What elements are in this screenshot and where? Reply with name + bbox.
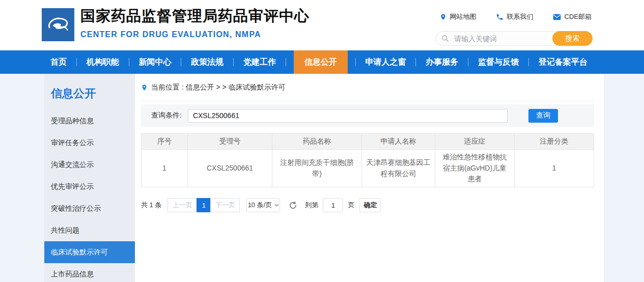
header-quick-links: 网站地图 联系我们 CDE邮箱 <box>440 12 592 21</box>
breadcrumb-pin-icon <box>141 83 148 92</box>
col-header-drug-name: 药品名称 <box>272 134 362 150</box>
nav-separator <box>181 58 181 66</box>
sitemap-link-label: 网站地图 <box>450 12 477 21</box>
nav-item-policies[interactable]: 政策法规 <box>189 50 226 74</box>
swan-logo-icon <box>44 11 72 39</box>
table-header-row: 序号 受理号 药品名称 申请人名称 适应症 注册分类 <box>142 134 594 150</box>
cell-seq: 1 <box>142 150 188 187</box>
cell-applicant: 天津昂赛细胞基因工程有限公司 <box>362 150 435 187</box>
pagination-total: 共 1 条 <box>141 201 161 210</box>
col-header-acceptance-no: 受理号 <box>188 134 272 150</box>
nav-item-applicant-window[interactable]: 申请人之窗 <box>363 50 408 74</box>
nav-item-news[interactable]: 新闻中心 <box>137 50 174 74</box>
nav-item-functions[interactable]: 机构职能 <box>85 50 121 74</box>
sidebar-item-common-questions[interactable]: 共性问题 <box>44 219 135 241</box>
nav-separator <box>415 58 416 66</box>
contact-us-link-label: 联系我们 <box>507 12 534 21</box>
page-size-value: 10 条/页 <box>248 201 272 210</box>
col-header-registration-class: 注册分类 <box>515 134 594 150</box>
contact-us-link[interactable]: 联系我们 <box>496 12 534 21</box>
nav-item-supervision-feedback[interactable]: 监督与反馈 <box>476 50 521 74</box>
chevron-down-icon <box>274 204 279 207</box>
query-button[interactable]: 查询 <box>528 109 558 123</box>
pagination: 共 1 条 上一页 1 下一页 10 条/页 到第 页 确定 <box>141 198 594 212</box>
refresh-icon[interactable] <box>289 201 297 210</box>
goto-page-prefix: 到第 <box>305 201 318 210</box>
table-row: 1 CXSL2500661 注射用间充质干细胞(脐带) 天津昂赛细胞基因工程有限… <box>142 150 594 187</box>
nav-separator <box>468 58 468 66</box>
nav-separator <box>286 58 286 66</box>
sidebar-item-marketed-drugs[interactable]: 上市药品信息 <box>44 263 135 282</box>
next-page-button[interactable]: 下一页 <box>210 198 240 212</box>
col-header-seq: 序号 <box>142 134 188 150</box>
cde-mail-link-label: CDE邮箱 <box>565 12 592 21</box>
results-table: 序号 受理号 药品名称 申请人名称 适应症 注册分类 1 CXSL2500661… <box>141 133 594 187</box>
query-panel: 查询条件: 查询 <box>141 104 594 127</box>
nav-item-information-disclosure[interactable]: 信息公开 <box>294 50 348 74</box>
site-header: 国家药品监督管理局药品审评中心 CENTER FOR DRUG EVALUATI… <box>0 0 644 50</box>
site-search: 搜索 <box>435 31 593 46</box>
prev-page-button[interactable]: 上一页 <box>167 198 197 212</box>
site-title: 国家药品监督管理局药品审评中心 <box>80 6 310 26</box>
phone-icon <box>496 13 503 21</box>
sidebar-item-breakthrough-therapy[interactable]: 突破性治疗公示 <box>44 198 135 219</box>
search-icon <box>441 35 449 42</box>
nav-separator <box>76 58 77 66</box>
page-size-select[interactable]: 10 条/页 <box>246 198 280 212</box>
cell-drug-name: 注射用间充质干细胞(脐带) <box>272 150 362 187</box>
col-header-indication: 适应症 <box>435 134 515 150</box>
breadcrumb-text: 当前位置 : 信息公开 > > 临床试验默示许可 <box>151 83 286 92</box>
page-body: 信息公开 受理品种信息 审评任务公示 沟通交流公示 优先审评公示 突破性治疗公示… <box>44 74 604 282</box>
nav-separator <box>528 58 529 66</box>
sidebar-item-priority-review[interactable]: 优先审评公示 <box>44 176 135 198</box>
sidebar-title: 信息公开 <box>44 86 135 101</box>
location-pin-icon <box>440 13 446 21</box>
nav-item-services[interactable]: 办事服务 <box>424 50 460 74</box>
nav-item-registration-platform[interactable]: 登记备案平台 <box>537 50 590 74</box>
col-header-applicant: 申请人名称 <box>362 134 435 150</box>
goto-confirm-button[interactable]: 确定 <box>359 198 381 212</box>
cell-indication: 难治性急性移植物抗宿主病(aGvHD)儿童患者 <box>435 150 515 187</box>
query-condition-label: 查询条件: <box>151 111 182 120</box>
breadcrumb: 当前位置 : 信息公开 > > 临床试验默示许可 <box>141 74 594 101</box>
sidebar-item-clinical-trial-implied-license[interactable]: 临床试验默示许可 <box>44 241 135 263</box>
current-page-button[interactable]: 1 <box>197 198 211 212</box>
goto-page-suffix: 页 <box>348 201 354 210</box>
goto-page-input[interactable] <box>323 198 343 212</box>
cde-mail-link[interactable]: CDE邮箱 <box>553 12 592 21</box>
sidebar-item-review-tasks[interactable]: 审评任务公示 <box>44 132 135 154</box>
nav-item-party-building[interactable]: 党建工作 <box>241 50 278 74</box>
cde-logo <box>42 8 74 41</box>
sidebar-item-communication[interactable]: 沟通交流公示 <box>44 154 135 176</box>
envelope-icon <box>553 14 561 20</box>
main-content: 当前位置 : 信息公开 > > 临床试验默示许可 查询条件: 查询 序号 受理号… <box>135 74 604 282</box>
nav-separator <box>355 58 356 66</box>
main-navbar: 首页 机构职能 新闻中心 政策法规 党建工作 信息公开 申请人之窗 办事服务 监… <box>0 50 644 74</box>
cell-registration-class: 1 <box>515 150 594 187</box>
site-search-button[interactable]: 搜索 <box>552 31 593 46</box>
sidebar: 信息公开 受理品种信息 审评任务公示 沟通交流公示 优先审评公示 突破性治疗公示… <box>44 74 135 282</box>
sidebar-item-accepted-products[interactable]: 受理品种信息 <box>44 110 135 132</box>
sitemap-link[interactable]: 网站地图 <box>440 12 477 21</box>
nav-separator <box>233 58 234 66</box>
cell-acceptance-no: CXSL2500661 <box>188 150 272 187</box>
site-subtitle: CENTER FOR DRUG EVALUATION, NMPA <box>80 30 310 39</box>
nav-item-home[interactable]: 首页 <box>48 50 69 74</box>
query-condition-input[interactable] <box>188 109 508 123</box>
nav-separator <box>129 58 129 66</box>
